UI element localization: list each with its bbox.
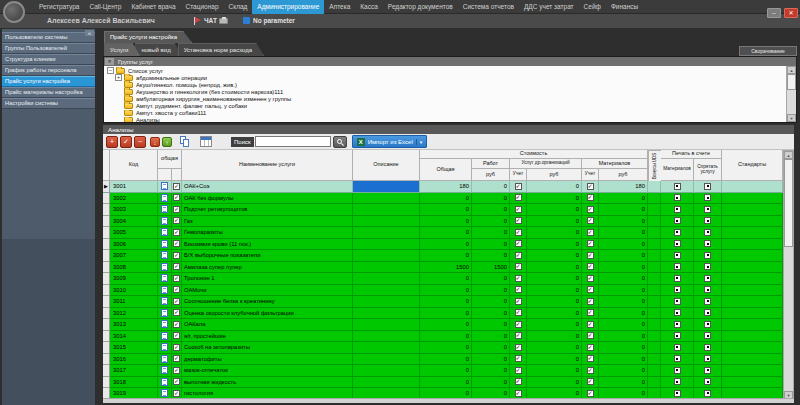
checkbox-checked-icon[interactable] — [587, 194, 594, 201]
top-menu-item[interactable]: Склад — [224, 0, 253, 14]
tree-expand-icon[interactable] — [115, 74, 122, 81]
cell-hide-service[interactable] — [694, 331, 722, 343]
cell-materials-rub[interactable]: 180 — [599, 181, 648, 193]
cell-obshaya-checkbox[interactable] — [172, 331, 182, 343]
chevron-down-icon[interactable]: ▾ — [416, 139, 423, 145]
cell-standards[interactable] — [722, 193, 783, 205]
cell-code[interactable]: 3018 — [110, 377, 158, 389]
checkbox-checked-icon[interactable] — [173, 298, 180, 305]
col-header-code[interactable]: Код — [110, 150, 158, 181]
cell-obshaya-checkbox[interactable] — [172, 216, 182, 228]
cell-other-org-rub[interactable]: 0 — [527, 285, 582, 297]
copy-icon[interactable] — [180, 136, 190, 147]
top-menu-item[interactable]: Стационар — [181, 0, 224, 14]
checkbox-checked-icon[interactable] — [515, 194, 522, 201]
chat-flag-icon[interactable] — [194, 17, 202, 25]
top-menu-item[interactable]: Аптека — [324, 0, 355, 14]
cell-description[interactable] — [353, 365, 420, 377]
cell-total[interactable]: 0 — [420, 216, 472, 228]
table-row[interactable]: ▶ 3012 Оценка скорости клубочной фильтра… — [103, 308, 783, 320]
cell-hide-service[interactable] — [694, 296, 722, 308]
table-icon[interactable] — [200, 136, 212, 147]
sidebar-collapse-button[interactable]: « — [85, 30, 94, 36]
col-group-works[interactable]: Работ — [472, 159, 510, 169]
cell-uds-bonus[interactable] — [648, 377, 661, 389]
cell-works-rub[interactable]: 0 — [472, 365, 510, 377]
cell-works-rub[interactable]: 0 — [472, 308, 510, 320]
cell-uchet-materials[interactable] — [582, 204, 599, 216]
cell-other-org-rub[interactable]: 0 — [527, 204, 582, 216]
table-row[interactable]: ▶ 3008 Амилаза супер пупер 1500 1500 0 0 — [103, 262, 783, 274]
top-menu-item[interactable]: Регистратура — [34, 0, 84, 14]
cell-code[interactable]: 3007 — [110, 250, 158, 262]
cell-obshaya-checkbox[interactable] — [172, 377, 182, 389]
radio-checked-icon[interactable] — [704, 321, 711, 328]
cell-service-name[interactable]: Биохимия крови (11 пок.) — [182, 239, 353, 251]
cell-uds-bonus[interactable] — [648, 365, 661, 377]
checkbox-checked-icon[interactable] — [173, 183, 180, 190]
cell-doc-icon[interactable] — [158, 296, 172, 308]
tree-item[interactable]: Ампут. рудимент. фаланг пальц. у собаки — [104, 102, 786, 109]
cell-total[interactable]: 180 — [420, 181, 472, 193]
radio-checked-icon[interactable] — [704, 367, 711, 374]
checkbox-checked-icon[interactable] — [173, 309, 180, 316]
cell-description[interactable] — [353, 377, 420, 389]
top-menu-item[interactable]: ДДС учет затрат — [519, 0, 579, 14]
checkbox-checked-icon[interactable] — [515, 332, 522, 339]
cell-description[interactable] — [353, 308, 420, 320]
cell-uchet-other[interactable] — [510, 308, 527, 320]
checkbox-checked-icon[interactable] — [587, 275, 594, 282]
radio-checked-icon[interactable] — [704, 263, 711, 270]
cell-code[interactable]: 3005 — [110, 227, 158, 239]
cell-service-name[interactable]: ОАМочи — [182, 285, 353, 297]
col-header-materials-rub[interactable]: руб — [599, 169, 648, 181]
checkbox-checked-icon[interactable] — [515, 263, 522, 270]
close-button[interactable]: ✕ — [784, 8, 798, 18]
cell-doc-icon[interactable] — [158, 227, 172, 239]
cell-hide-service[interactable] — [694, 308, 722, 320]
cell-uchet-other[interactable] — [510, 181, 527, 193]
tree-item[interactable]: Акушерство и гинекология (без стоимости … — [104, 88, 786, 95]
grid-scrollbar[interactable]: ▲ ▼ — [783, 150, 794, 400]
cell-uchet-materials[interactable] — [582, 365, 599, 377]
scroll-up-icon[interactable]: ▲ — [784, 151, 793, 159]
cell-other-org-rub[interactable]: 0 — [527, 262, 582, 274]
cell-standards[interactable] — [722, 308, 783, 320]
search-input[interactable] — [255, 136, 331, 147]
top-menu-item[interactable]: Редактор документов — [383, 0, 458, 14]
cell-materials-rub[interactable]: 0 — [599, 319, 648, 331]
radio-checked-icon[interactable] — [674, 183, 681, 190]
cell-uchet-materials[interactable] — [582, 193, 599, 205]
checkbox-checked-icon[interactable] — [515, 321, 522, 328]
cell-uds-bonus[interactable] — [648, 273, 661, 285]
radio-checked-icon[interactable] — [674, 229, 681, 236]
table-row[interactable]: ▶ 3006 Биохимия крови (11 пок.) 0 0 0 0 — [103, 239, 783, 251]
cell-other-org-rub[interactable]: 0 — [527, 193, 582, 205]
radio-checked-icon[interactable] — [674, 344, 681, 351]
cell-print-materials[interactable] — [661, 239, 694, 251]
checkbox-checked-icon[interactable] — [587, 183, 594, 190]
tree-scrollbar[interactable]: ▲ ▼ — [786, 66, 796, 122]
cell-works-rub[interactable]: 0 — [472, 193, 510, 205]
cell-uchet-other[interactable] — [510, 319, 527, 331]
checkbox-checked-icon[interactable] — [587, 286, 594, 293]
col-header-uchet-other[interactable]: Учет — [510, 169, 527, 181]
cell-description[interactable] — [353, 319, 420, 331]
cell-service-name[interactable]: Подсчет ретикулоцитов — [182, 204, 353, 216]
cell-doc-icon[interactable] — [158, 250, 172, 262]
col-header-print-materials[interactable]: Материалов — [661, 159, 694, 181]
top-menu-item[interactable]: Администрирование — [252, 0, 324, 14]
cell-other-org-rub[interactable]: 0 — [527, 239, 582, 251]
top-menu-item[interactable]: Кабинет врача — [126, 0, 180, 14]
tree-scroll-thumb[interactable] — [787, 74, 796, 90]
cell-total[interactable]: 0 — [420, 204, 472, 216]
cell-uds-bonus[interactable] — [648, 319, 661, 331]
cell-description[interactable] — [353, 273, 420, 285]
cell-obshaya-checkbox[interactable] — [172, 285, 182, 297]
tree-item[interactable]: абдоминальные операции — [104, 74, 786, 81]
cell-other-org-rub[interactable]: 0 — [527, 365, 582, 377]
checkbox-checked-icon[interactable] — [173, 286, 180, 293]
cell-obshaya-checkbox[interactable] — [172, 181, 182, 193]
cell-doc-icon[interactable] — [158, 319, 172, 331]
cell-uds-bonus[interactable] — [648, 216, 661, 228]
